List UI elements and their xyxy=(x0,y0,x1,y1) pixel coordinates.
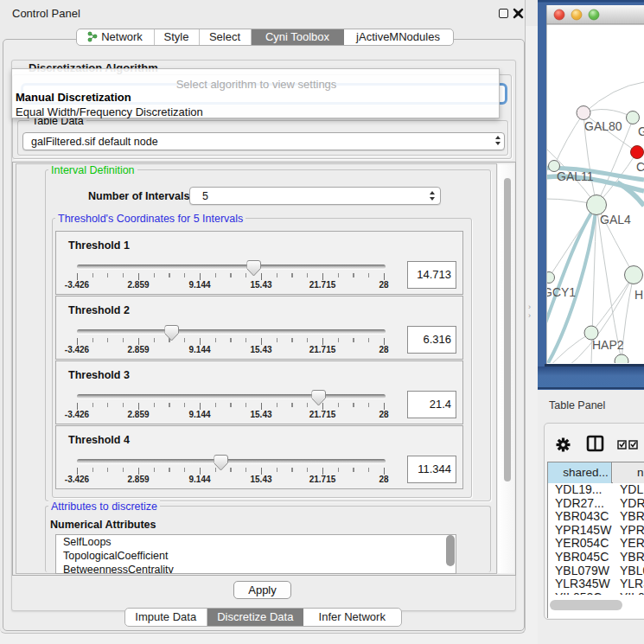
svg-text:H: H xyxy=(634,288,643,302)
svg-text:GAL80: GAL80 xyxy=(584,119,622,133)
svg-text:GAL11: GAL11 xyxy=(557,169,594,183)
svg-text:HAP2: HAP2 xyxy=(592,338,624,352)
svg-text:GCY1: GCY1 xyxy=(543,285,576,299)
svg-text:GAL4: GAL4 xyxy=(600,213,631,226)
svg-text:GA: GA xyxy=(638,124,644,138)
svg-text:C: C xyxy=(636,160,644,174)
